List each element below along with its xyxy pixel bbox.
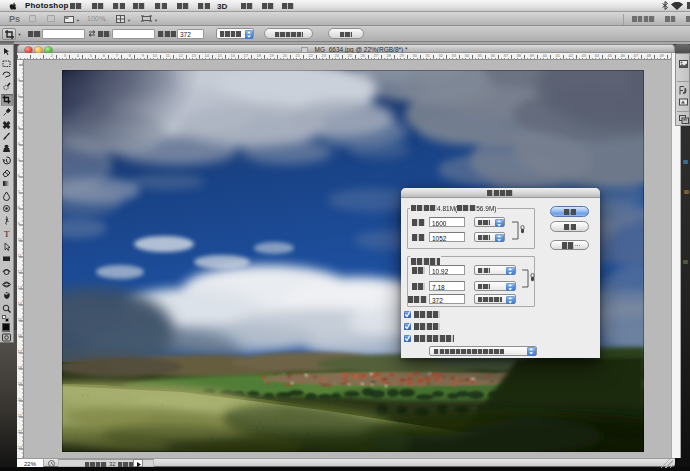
svg-text:T: T xyxy=(4,229,10,239)
